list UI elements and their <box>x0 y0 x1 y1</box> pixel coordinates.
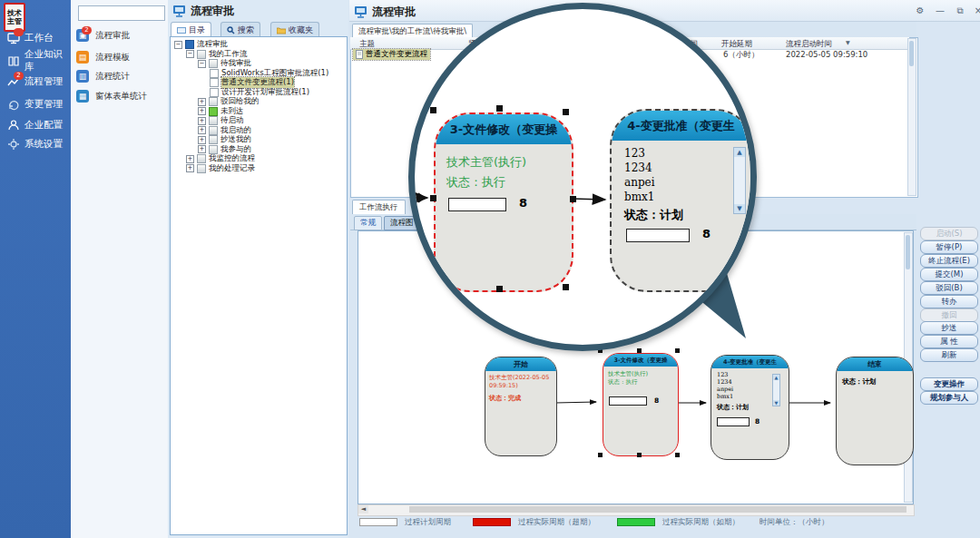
expand-icon[interactable]: + <box>198 117 206 125</box>
search-icon <box>227 26 235 34</box>
expand-icon[interactable]: + <box>198 136 206 144</box>
chart-icon: ▥ <box>76 70 89 83</box>
flow-node-change-approve[interactable]: 4-变更批准（变更生 123 1234 anpei bmx1 状态：计划 8 ▲… <box>710 355 789 460</box>
progress-bar <box>626 229 690 242</box>
collapse-icon[interactable]: − <box>198 60 206 68</box>
reject-button[interactable]: 驳回(B) <box>920 281 978 295</box>
magnifier-content: 3-文件修改（变更操 技术主管(执行) 状态：执行 8 4-变更批准（变更生 1… <box>415 9 750 345</box>
properties-button[interactable]: 属 性 <box>920 335 978 348</box>
sidebar-item-label: 系统设置 <box>24 138 63 151</box>
tree-item[interactable]: +驳回给我的 <box>171 97 347 107</box>
tree-item[interactable]: +我监控的流程 <box>171 154 347 164</box>
table-vertical-scrollbar[interactable] <box>907 38 916 196</box>
sidebar-item-label: 企业知识库 <box>24 48 71 73</box>
sidebar-item-system-settings[interactable]: 系统设置 <box>0 135 71 153</box>
tab-favorites[interactable]: 收藏夹 <box>270 22 319 37</box>
tab-label: 收藏夹 <box>289 24 313 36</box>
node-status: 状态：计划 <box>842 377 877 386</box>
settings-icon[interactable]: ⚙ <box>913 5 927 17</box>
close-icon[interactable]: × <box>971 5 980 17</box>
form-grid-icon: ▦ <box>76 90 89 103</box>
submit-button[interactable]: 提交(M) <box>920 268 978 281</box>
tree-item[interactable]: −流程审批 <box>171 40 347 50</box>
tab-search[interactable]: 搜索 <box>220 22 260 37</box>
process-doc-icon <box>356 50 363 59</box>
tree-item[interactable]: +我参与的 <box>171 145 347 155</box>
document-icon <box>210 69 219 78</box>
legend-swatch-planned <box>359 518 397 526</box>
scrollbar-thumb[interactable] <box>409 506 906 513</box>
flow-node-file-modify[interactable]: 3-文件修改（变更操 技术主管(执行) 状态：执行 8 <box>603 353 679 456</box>
sidebar-item-process-management[interactable]: 2 流程管理 <box>0 73 71 91</box>
scroll-left-icon[interactable]: ◄ <box>358 505 368 514</box>
restore-icon[interactable]: ⧉ <box>953 5 967 17</box>
trend-icon: 2 <box>7 75 20 88</box>
sort-caret-icon[interactable]: ▼ <box>846 39 850 45</box>
legend-bar: 过程计划周期 过程实际周期（超期） 过程实际周期（如期） 时间单位：（小时） <box>359 515 915 529</box>
sidebar-item-knowledge-base[interactable]: 企业知识库 <box>0 52 71 70</box>
withdraw-button[interactable]: 撤回 <box>920 308 978 322</box>
tree-item[interactable]: +我启动的 <box>171 126 347 136</box>
expand-icon[interactable]: + <box>198 126 206 134</box>
selection-handle <box>496 286 503 292</box>
breadcrumb-tab[interactable]: 流程审批\我的工作流\待我审批\ <box>352 24 473 38</box>
sidebar-item-enterprise-config[interactable]: 企业配置 <box>0 116 71 134</box>
refresh-button[interactable]: 刷新 <box>920 348 978 362</box>
transfer-button[interactable]: 转办 <box>920 295 978 308</box>
plan-participants-button[interactable]: 规划参与人 <box>920 391 978 405</box>
flow-node-end[interactable]: 结束 状态：计划 <box>836 357 914 465</box>
node-title: 结束 <box>837 357 913 371</box>
flow-node-start[interactable]: 开始 技术主管(2022-05-05 09:59:15) 状态：完成 <box>485 357 557 456</box>
tab-directory[interactable]: 目录 <box>171 22 211 37</box>
module-item-label: 流程模板 <box>95 52 130 64</box>
logo-text: 主管 <box>7 17 22 25</box>
tree-item[interactable]: +未到达 <box>171 107 347 117</box>
tree-item[interactable]: +我的处理记录 <box>171 164 347 174</box>
cc-button[interactable]: 抄送 <box>920 321 978 335</box>
node-scrollbar: ▲▼ <box>772 374 780 406</box>
node-status: 状态：完成 <box>489 394 521 403</box>
selection-handle[interactable] <box>598 453 603 457</box>
table-row-subject[interactable]: 普通文件变更流程 <box>353 49 430 60</box>
expand-icon[interactable]: + <box>198 107 206 115</box>
selection-handle[interactable] <box>675 453 680 457</box>
tree-item[interactable]: +待启动 <box>171 116 347 126</box>
sidebar-item-label: 流程管理 <box>24 75 63 88</box>
node-title: 开始 <box>485 357 556 371</box>
expand-icon[interactable]: + <box>186 164 194 172</box>
terminate-process-button[interactable]: 终止流程(E) <box>920 254 978 268</box>
tab-general[interactable]: 常规 <box>354 216 382 230</box>
collapse-icon[interactable]: − <box>186 50 194 58</box>
module-item-process-approval[interactable]: ▣ 2 流程审批 <box>76 27 167 44</box>
expand-icon[interactable]: + <box>186 155 194 163</box>
expand-icon[interactable]: + <box>198 145 206 153</box>
sidebar-item-label: 企业配置 <box>24 119 63 132</box>
pause-button[interactable]: 暂停(P) <box>920 240 978 254</box>
node-status: 状态：计划 <box>717 403 749 412</box>
node-icon <box>209 116 218 125</box>
column-header-start-time[interactable]: 流程启动时间 <box>786 39 832 50</box>
module-search-input[interactable] <box>78 5 165 21</box>
selection-handle[interactable] <box>637 453 642 457</box>
collapse-icon[interactable]: − <box>174 41 182 49</box>
scrollbar-thumb[interactable] <box>909 41 914 66</box>
node-text: anpei <box>717 386 733 393</box>
tree-item[interactable]: −我的工作流 <box>171 50 347 60</box>
sidebar-item-label: 变更管理 <box>24 98 63 111</box>
module-item-process-statistics[interactable]: ▥ 流程统计 <box>76 68 167 84</box>
module-item-process-template[interactable]: ▤ 流程模板 <box>76 49 167 65</box>
start-button[interactable]: 启动(S) <box>920 227 978 240</box>
expand-icon[interactable]: + <box>198 98 206 106</box>
sidebar-item-change-management[interactable]: 变更管理 <box>0 95 71 113</box>
minimize-icon[interactable]: — <box>933 5 947 17</box>
tree-item[interactable]: +抄送我的 <box>171 135 347 145</box>
selection-handle <box>496 105 503 112</box>
column-header-start-delay[interactable]: 开始延期 <box>721 39 752 50</box>
change-operation-button[interactable]: 变更操作 <box>920 377 978 391</box>
selection-handle[interactable] <box>637 348 642 353</box>
tab-workflow-execution[interactable]: 工作流执行 <box>352 200 406 214</box>
node-icon <box>185 40 194 49</box>
legend-label: 过程实际周期（超期） <box>518 517 595 528</box>
sidebar-item-workbench[interactable]: 工作台 <box>0 29 71 47</box>
module-item-form-statistics[interactable]: ▦ 窗体表单统计 <box>76 88 167 104</box>
